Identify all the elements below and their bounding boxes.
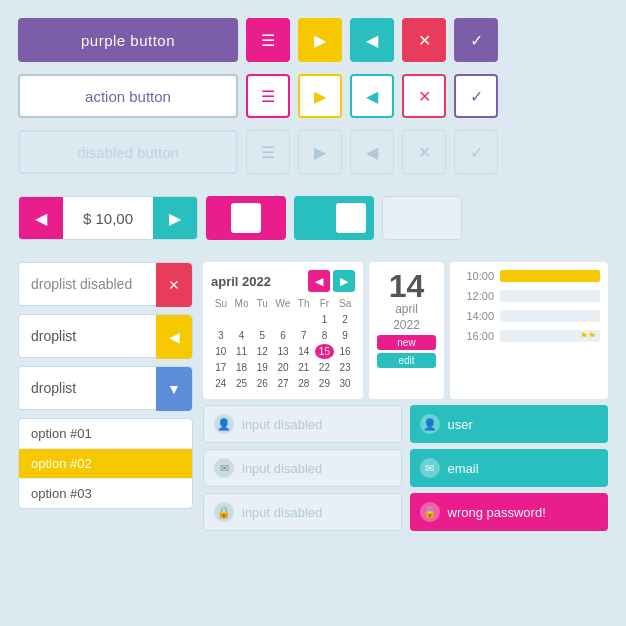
input-disabled-1-text: input disabled xyxy=(242,417,322,432)
cal-day-5[interactable]: 5 xyxy=(252,328,272,343)
back-icon-btn[interactable]: ◀ xyxy=(350,18,394,62)
menu-icon-btn-2[interactable]: ☰ xyxy=(246,74,290,118)
timeline-row-2: 12:00 xyxy=(458,290,600,302)
input-user[interactable]: 👤 user xyxy=(410,405,609,443)
calendar-prev-btn[interactable]: ◀ xyxy=(308,270,330,292)
day-we: We xyxy=(273,298,293,309)
cal-day-9[interactable]: 9 xyxy=(335,328,355,343)
action-button[interactable]: action button xyxy=(18,74,238,118)
droplist-2-label: droplist xyxy=(31,380,76,396)
cal-empty xyxy=(273,312,293,327)
cal-day-18[interactable]: 18 xyxy=(232,360,252,375)
cal-day-27[interactable]: 27 xyxy=(273,376,293,391)
option-1[interactable]: option #01 xyxy=(19,419,192,449)
menu-icon-btn[interactable]: ☰ xyxy=(246,18,290,62)
play-icon-btn[interactable]: ▶ xyxy=(298,18,342,62)
check-icon-btn-disabled: ✓ xyxy=(454,130,498,174)
cal-day-12[interactable]: 12 xyxy=(252,344,272,359)
active-inputs-col: 👤 user ✉ email 🔒 wrong password! xyxy=(410,405,609,531)
disabled-button: disabled button xyxy=(18,130,238,174)
cal-day-16[interactable]: 16 xyxy=(335,344,355,359)
close-icon-btn[interactable]: ✕ xyxy=(402,18,446,62)
droplist-2[interactable]: droplist ▼ xyxy=(18,366,193,410)
cal-day-20[interactable]: 20 xyxy=(273,360,293,375)
cal-empty xyxy=(232,312,252,327)
input-user-label: user xyxy=(448,417,473,432)
droplist-1-arrow[interactable]: ◀ xyxy=(156,315,192,359)
cal-day-26[interactable]: 26 xyxy=(252,376,272,391)
date-day: 14 xyxy=(377,270,436,302)
bar-1000 xyxy=(500,270,600,282)
calendar-next-btn[interactable]: ▶ xyxy=(333,270,355,292)
cal-day-17[interactable]: 17 xyxy=(211,360,231,375)
cal-day-11[interactable]: 11 xyxy=(232,344,252,359)
droplist-disabled-label: droplist disabled xyxy=(31,276,132,292)
droplist-column: droplist disabled ✕ droplist ◀ droplist … xyxy=(18,262,193,531)
purple-button[interactable]: purple button xyxy=(18,18,238,62)
toggle-teal[interactable] xyxy=(294,196,374,240)
cal-day-7[interactable]: 7 xyxy=(294,328,314,343)
cal-day-24[interactable]: 24 xyxy=(211,376,231,391)
cal-day-1[interactable]: 1 xyxy=(315,312,335,327)
input-disabled-2[interactable]: ✉ input disabled xyxy=(203,449,402,487)
stepper-increment[interactable]: ▶ xyxy=(153,196,197,240)
play-icon-btn-2[interactable]: ▶ xyxy=(298,74,342,118)
toggle-pink[interactable] xyxy=(206,196,286,240)
cal-day-8[interactable]: 8 xyxy=(315,328,335,343)
cal-empty xyxy=(211,312,231,327)
calendar-header: april 2022 ◀ ▶ xyxy=(211,270,355,292)
option-2[interactable]: option #02 xyxy=(19,449,192,479)
cal-day-19[interactable]: 19 xyxy=(252,360,272,375)
close-icon-btn-2[interactable]: ✕ xyxy=(402,74,446,118)
cal-day-22[interactable]: 22 xyxy=(315,360,335,375)
cal-day-29[interactable]: 29 xyxy=(315,376,335,391)
input-email-label: email xyxy=(448,461,479,476)
date-new-btn[interactable]: new xyxy=(377,335,436,350)
stepper-decrement[interactable]: ◀ xyxy=(19,196,63,240)
timeline: 10:00 12:00 14:00 16:00 ⚑⚑ xyxy=(450,262,608,399)
lock-icon-disabled: 🔒 xyxy=(214,502,234,522)
calendar-grid: 1234567891011121314151617181920212223242… xyxy=(211,312,355,391)
bar-1400 xyxy=(500,310,600,322)
date-month: april xyxy=(377,302,436,318)
toggle-indicator-2 xyxy=(336,203,366,233)
cal-day-21[interactable]: 21 xyxy=(294,360,314,375)
input-disabled-3[interactable]: 🔒 input disabled xyxy=(203,493,402,531)
timeline-row-4: 16:00 ⚑⚑ xyxy=(458,330,600,342)
droplist-1-label: droplist xyxy=(31,328,76,344)
play-icon-btn-disabled: ▶ xyxy=(298,130,342,174)
input-disabled-1[interactable]: 👤 input disabled xyxy=(203,405,402,443)
disabled-inputs-col: 👤 input disabled ✉ input disabled 🔒 inpu… xyxy=(203,405,402,531)
option-3[interactable]: option #03 xyxy=(19,479,192,508)
close-icon-btn-disabled: ✕ xyxy=(402,130,446,174)
cal-day-4[interactable]: 4 xyxy=(232,328,252,343)
input-error[interactable]: 🔒 wrong password! xyxy=(410,493,609,531)
date-edit-btn[interactable]: edit xyxy=(377,353,436,368)
input-email[interactable]: ✉ email xyxy=(410,449,609,487)
check-icon-btn-2[interactable]: ✓ xyxy=(454,74,498,118)
cal-day-6[interactable]: 6 xyxy=(273,328,293,343)
droplist-disabled[interactable]: droplist disabled ✕ xyxy=(18,262,193,306)
day-tu: Tu xyxy=(252,298,272,309)
back-icon-btn-2[interactable]: ◀ xyxy=(350,74,394,118)
droplist-clear-btn[interactable]: ✕ xyxy=(156,263,192,307)
cal-day-25[interactable]: 25 xyxy=(232,376,252,391)
time-1000: 10:00 xyxy=(458,270,494,282)
cal-day-30[interactable]: 30 xyxy=(335,376,355,391)
cal-day-23[interactable]: 23 xyxy=(335,360,355,375)
cal-day-13[interactable]: 13 xyxy=(273,344,293,359)
cal-day-3[interactable]: 3 xyxy=(211,328,231,343)
cal-day-28[interactable]: 28 xyxy=(294,376,314,391)
cal-day-10[interactable]: 10 xyxy=(211,344,231,359)
toggle-indicator xyxy=(231,203,261,233)
toggle-plain[interactable] xyxy=(382,196,462,240)
cal-day-14[interactable]: 14 xyxy=(294,344,314,359)
menu-icon-btn-disabled: ☰ xyxy=(246,130,290,174)
droplist-1[interactable]: droplist ◀ xyxy=(18,314,193,358)
input-error-label: wrong password! xyxy=(448,505,546,520)
cal-day-2[interactable]: 2 xyxy=(335,312,355,327)
droplist-2-arrow[interactable]: ▼ xyxy=(156,367,192,411)
cal-day-15[interactable]: 15 xyxy=(315,344,335,359)
stepper-value: $ 10,00 xyxy=(63,210,153,227)
check-icon-btn[interactable]: ✓ xyxy=(454,18,498,62)
